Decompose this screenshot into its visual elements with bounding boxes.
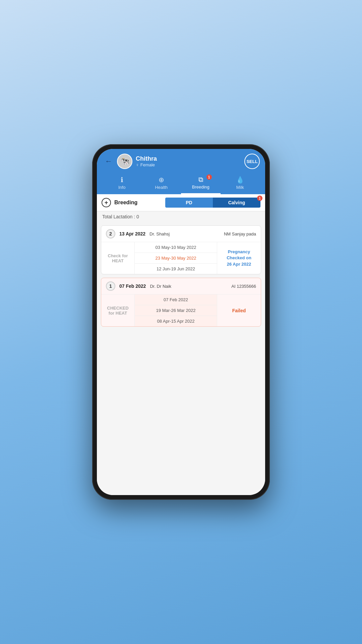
pregnancy-result: Pregnancy Checked on26 Apr 2022 (220, 249, 258, 267)
card-header-2: 2 13 Apr 2022 Dr. Shahsj NM Sanjay pada (101, 226, 261, 242)
card-doctor-1: Dr. Dr Naik (150, 284, 171, 289)
phone-frame: ← 🐄 Chithra ♀ Female SELL (92, 144, 270, 500)
card-date-1: 07 Feb 2022 (119, 283, 146, 289)
header: ← 🐄 Chithra ♀ Female SELL (97, 149, 265, 194)
card-date-2: 13 Apr 2022 (119, 231, 145, 236)
sub-tabs: PD Calving 1 (165, 198, 260, 208)
health-icon: ⊕ (159, 176, 164, 184)
failed-result: Failed (232, 308, 246, 313)
card-dates-2: 03 May-10 May 2022 23 May-30 May 2022 12… (135, 242, 217, 274)
breeding-record-1: 1 07 Feb 2022 Dr. Dr Naik AI 12355666 CH… (101, 278, 261, 327)
tab-info-label: Info (118, 185, 126, 190)
tab-breeding[interactable]: 1 ⧉ Breeding (181, 173, 221, 194)
animal-name: Chithra (136, 155, 157, 162)
add-breeding-button[interactable]: + (102, 198, 111, 207)
date-row-2-1: 23 May-30 May 2022 (135, 253, 217, 264)
animal-details: Chithra ♀ Female (136, 155, 157, 167)
card-doctor-2: Dr. Shahsj (149, 231, 170, 236)
card-result-2: Pregnancy Checked on26 Apr 2022 (217, 242, 261, 274)
content-area: + Breeding PD Calving 1 Total Lactation … (97, 194, 265, 495)
card-table-1: CHECKED for HEAT 07 Feb 2022 19 Mar-26 M… (101, 294, 261, 326)
card-table-2: Check for HEAT 03 May-10 May 2022 23 May… (101, 242, 261, 274)
sub-tab-pd[interactable]: PD (165, 198, 213, 208)
sell-button[interactable]: SELL (244, 154, 260, 169)
card-nm-2: NM Sanjay pada (224, 231, 256, 236)
breeding-icon: ⧉ (198, 176, 203, 183)
lactation-label: Total Lactation : (102, 214, 135, 219)
nav-tabs: ℹ Info ⊕ Health 1 ⧉ Breeding 💧 Milk (102, 173, 260, 194)
card-result-1: Failed (217, 294, 261, 326)
date-row-1-1: 19 Mar-26 Mar 2022 (135, 305, 217, 316)
date-row-1-0: 07 Feb 2022 (135, 294, 217, 305)
lactation-value: 0 (136, 214, 139, 219)
avatar: 🐄 (117, 154, 132, 169)
info-icon: ℹ (121, 176, 123, 184)
tab-breeding-label: Breeding (192, 184, 209, 190)
back-button[interactable]: ← (102, 156, 115, 167)
breeding-section-title: Breeding (114, 200, 162, 206)
sub-tab-calving[interactable]: Calving 1 (213, 198, 260, 208)
animal-gender: ♀ Female (136, 162, 157, 167)
card-status-1: CHECKED for HEAT (101, 294, 135, 326)
breeding-record-2: 2 13 Apr 2022 Dr. Shahsj NM Sanjay pada … (101, 225, 261, 274)
card-nm-1: AI 12355666 (231, 284, 256, 289)
breeding-section-header: + Breeding PD Calving 1 (97, 194, 265, 211)
phone-screen: ← 🐄 Chithra ♀ Female SELL (97, 149, 265, 495)
animal-info: 🐄 Chithra ♀ Female (117, 154, 244, 169)
tab-milk[interactable]: 💧 Milk (221, 173, 260, 194)
calving-badge: 1 (257, 196, 262, 201)
tab-info[interactable]: ℹ Info (102, 173, 142, 194)
card-num-2: 2 (106, 229, 115, 238)
breeding-badge: 1 (206, 174, 212, 180)
tab-milk-label: Milk (236, 185, 244, 190)
card-status-2: Check for HEAT (101, 242, 135, 274)
milk-icon: 💧 (236, 176, 244, 184)
date-row-1-2: 08 Apr-15 Apr 2022 (135, 316, 217, 326)
card-num-1: 1 (106, 281, 115, 291)
header-top: ← 🐄 Chithra ♀ Female SELL (102, 154, 260, 173)
tab-health[interactable]: ⊕ Health (142, 173, 181, 194)
date-row-2-0: 03 May-10 May 2022 (135, 242, 217, 253)
date-row-2-2: 12 Jun-19 Jun 2022 (135, 264, 217, 274)
lactation-row: Total Lactation : 0 (97, 211, 265, 222)
tab-health-label: Health (155, 185, 168, 190)
card-dates-1: 07 Feb 2022 19 Mar-26 Mar 2022 08 Apr-15… (135, 294, 217, 326)
card-header-1: 1 07 Feb 2022 Dr. Dr Naik AI 12355666 (101, 278, 261, 294)
